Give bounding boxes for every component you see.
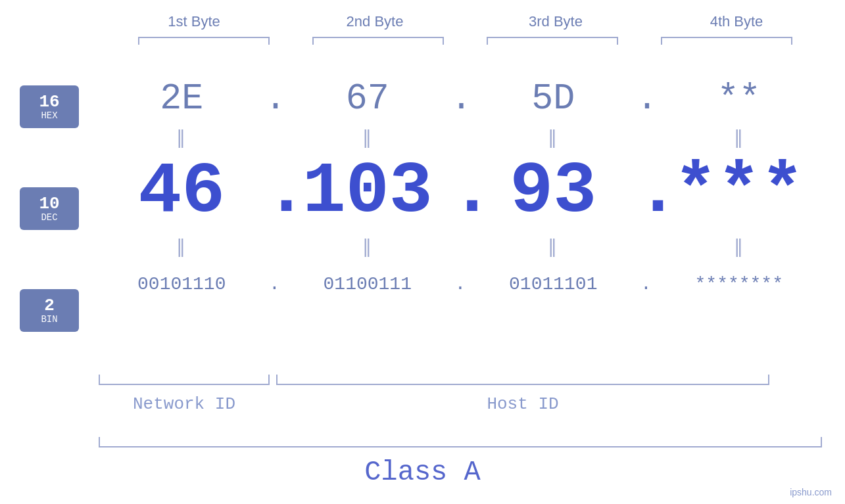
full-bracket-line	[99, 437, 822, 447]
base-box-hex: 16 HEX	[20, 85, 79, 128]
hex-byte4: **	[656, 78, 823, 120]
header-byte1: 1st Byte	[122, 13, 266, 30]
base-box-dec: 10 DEC	[20, 187, 79, 230]
eq-2-1: ‖	[99, 235, 265, 257]
header-byte2: 2nd Byte	[302, 13, 447, 30]
eq-2-2: ‖	[285, 235, 451, 257]
dot-hex-1: .	[265, 78, 285, 120]
id-labels: Network ID Host ID	[99, 394, 822, 414]
dot-bin-3: .	[637, 274, 656, 294]
bin-byte1: 00101110	[99, 274, 265, 294]
dot-dec-3: .	[637, 150, 656, 233]
base-dec-label: DEC	[41, 212, 57, 223]
dot-bin-2: .	[450, 274, 470, 294]
watermark: ipshu.com	[790, 487, 832, 497]
top-brackets	[117, 37, 814, 45]
bracket-top-1	[138, 37, 270, 45]
bin-byte2: 01100111	[285, 274, 451, 294]
bottom-brackets	[99, 375, 822, 385]
host-id-label: Host ID	[276, 394, 769, 414]
bracket-top-2	[312, 37, 444, 45]
dot-hex-2: .	[450, 78, 470, 120]
network-bracket	[99, 375, 270, 385]
hex-byte3: 5D	[470, 78, 637, 120]
dot-hex-3: .	[637, 78, 656, 120]
eq-2-3: ‖	[470, 235, 637, 257]
base-hex-label: HEX	[41, 110, 57, 121]
byte-headers: 1st Byte 2nd Byte 3rd Byte 4th Byte	[104, 13, 827, 30]
dec-byte1: 46	[99, 150, 265, 233]
dec-row: 46 . 103 . 93 . ***	[99, 149, 822, 234]
base-bin-number: 2	[44, 297, 55, 314]
bracket-top-3	[487, 37, 618, 45]
base-labels: 16 HEX 10 DEC 2 BIN	[20, 85, 79, 332]
hex-byte2: 67	[285, 78, 451, 120]
hex-byte1: 2E	[99, 78, 265, 120]
bracket-top-4	[661, 37, 792, 45]
eq-row-2: ‖ ‖ ‖ ‖	[99, 234, 822, 258]
network-id-label: Network ID	[99, 394, 270, 414]
host-bracket	[276, 375, 769, 385]
eq-2-4: ‖	[656, 235, 823, 257]
base-bin-label: BIN	[41, 314, 57, 325]
dec-byte3: 93	[470, 150, 637, 233]
base-box-bin: 2 BIN	[20, 289, 79, 332]
base-hex-number: 16	[39, 93, 59, 110]
bin-byte3: 01011101	[470, 274, 637, 294]
eq-1-4: ‖	[656, 126, 823, 148]
dot-dec-1: .	[265, 150, 285, 233]
dec-byte2: 103	[285, 150, 451, 233]
eq-row-1: ‖ ‖ ‖ ‖	[99, 125, 822, 149]
header-byte3: 3rd Byte	[483, 13, 628, 30]
dot-bin-1: .	[265, 274, 285, 294]
eq-1-3: ‖	[470, 126, 637, 148]
class-label: Class A	[0, 457, 845, 488]
eq-1-2: ‖	[285, 126, 451, 148]
bin-row: 00101110 . 01100111 . 01011101 . *******…	[99, 258, 822, 310]
dot-dec-2: .	[450, 150, 470, 233]
header-byte4: 4th Byte	[664, 13, 809, 30]
hex-row: 2E . 67 . 5D . **	[99, 72, 822, 125]
main-container: 1st Byte 2nd Byte 3rd Byte 4th Byte 16 H…	[0, 0, 845, 504]
eq-1-1: ‖	[99, 126, 265, 148]
base-dec-number: 10	[39, 195, 59, 212]
bin-byte4: ********	[656, 274, 823, 294]
rows-container: 2E . 67 . 5D . ** ‖ ‖ ‖ ‖ 46 . 103 . 93 …	[99, 72, 825, 310]
dec-byte4: ***	[656, 150, 823, 233]
